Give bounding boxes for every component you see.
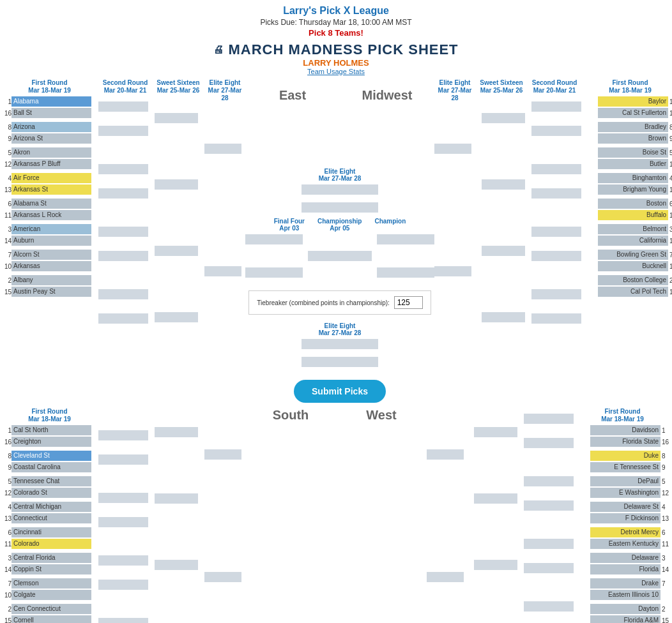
table-row: 15Austin Peay St: [3, 286, 96, 297]
table-row: 9Coastal Carolina: [3, 462, 96, 473]
table-row: 10Colgate: [3, 589, 96, 601]
header: Larry's Pick X League Picks Due: Thursda…: [0, 0, 672, 39]
midwest-r1-header: First RoundMar 18-Mar 19: [584, 79, 672, 94]
team-usage-link[interactable]: Team Usage Stats: [0, 68, 672, 75]
bracket-slot: [531, 227, 581, 237]
table-row: Bradley8: [584, 121, 672, 133]
table-row: 8Arizona: [3, 121, 96, 133]
table-row: 2Albany: [3, 274, 96, 286]
bracket-slot: [98, 618, 148, 623]
table-row: Boston6: [584, 198, 672, 209]
bracket-slot: [427, 449, 464, 460]
west-r1-col: First RoundMar 18-Mar 19 Davidson1 Flori…: [576, 408, 669, 623]
tiebreaker-box: Tiebreaker (combined points in champions…: [248, 290, 431, 315]
south-r1-col: First RoundMar 18-Mar 19 1Cal St North 1…: [3, 408, 96, 623]
table-row: Butler12: [584, 158, 672, 170]
bracket-slot: [377, 234, 434, 244]
table-row: Detroit Mercy6: [576, 527, 669, 538]
table-row: 4Central Michigan: [3, 501, 96, 513]
table-row: 7Clemson: [3, 578, 96, 589]
bracket-slot: [98, 289, 148, 299]
bracket-slot: [474, 427, 517, 437]
bracket-slot: [98, 555, 148, 566]
bracket-slot: [98, 313, 148, 324]
bracket-slot: [302, 184, 378, 195]
south-r2-col: Second RoundMar 20-Mar 21: [96, 408, 152, 623]
final-four-hdr: Final FourApr 03: [274, 218, 305, 232]
west-s16-col: [470, 408, 520, 623]
center-col: East Midwest Elite EightMar 27-Mar 28 Fi…: [245, 79, 434, 403]
bracket-slot: [531, 188, 581, 199]
bracket-slot: [245, 267, 303, 278]
bracket-slot: [98, 493, 148, 503]
table-row: 9Arizona St: [3, 133, 96, 144]
table-row: 15Cornell: [3, 615, 96, 623]
midwest-e8-col: Elite EightMar 27-Mar 28: [434, 79, 478, 403]
table-row: 16Ball St: [3, 107, 96, 119]
midwest-s16-col: Sweet SixteenMar 25-Mar 26: [478, 79, 528, 403]
west-r1-header: First RoundMar 18-Mar 19: [576, 408, 669, 423]
table-row: Dayton2: [576, 603, 669, 615]
table-row: F Dickinson13: [576, 513, 669, 524]
bracket-slot: [98, 188, 148, 199]
print-icon[interactable]: 🖨: [213, 44, 224, 56]
bracket-slot: [524, 539, 574, 549]
table-row: 12Colorado St: [3, 487, 96, 499]
bracket-slot: [531, 289, 581, 299]
bracket-slot: [531, 313, 581, 324]
west-label: West: [336, 408, 427, 423]
table-row: Brown9: [584, 133, 672, 144]
bracket-slot: [434, 266, 471, 276]
bracket-slot: [482, 246, 525, 256]
champion-slot: [308, 251, 372, 261]
bottom-half: First RoundMar 18-Mar 19 1Cal St North 1…: [3, 408, 669, 623]
table-row: 6Cincinnati: [3, 527, 96, 538]
submit-button[interactable]: Submit Picks: [294, 380, 386, 403]
table-row: Belmont3: [584, 223, 672, 235]
table-row: Duke8: [576, 450, 669, 462]
table-row: Buffalo11: [584, 209, 672, 221]
east-e8-col: Elite EightMar 27-Mar 28: [202, 79, 245, 403]
table-row: 13Arkansas St: [3, 184, 96, 195]
table-row: 10Arkansas: [3, 260, 96, 272]
bracket-slot: [524, 601, 574, 612]
tiebreaker-input[interactable]: [394, 296, 423, 309]
bracket-slot: [155, 312, 198, 322]
table-row: Cal St Fullerton16: [584, 107, 672, 119]
bracket-container: First RoundMar 18-Mar 19 1Alabama 16Ball…: [3, 79, 669, 623]
table-row: Eastern Kentucky11: [576, 538, 669, 550]
bracket-slot: [482, 312, 525, 322]
picks-due: Picks Due: Thursday Mar 18, 10:00 AM MST: [0, 18, 672, 27]
bracket-slot: [524, 438, 574, 448]
bottom-center-col: South West: [245, 408, 427, 623]
south-s16-col: [152, 408, 202, 623]
championship-hdr: ChampionshipApr 05: [317, 218, 362, 232]
east-r1-header: First RoundMar 18-Mar 19: [3, 79, 96, 94]
table-row: 12Arkansas P Bluff: [3, 158, 96, 170]
bracket-slot: [155, 493, 198, 504]
bracket-slot: [531, 126, 581, 136]
table-row: 3Central Florida: [3, 552, 96, 564]
table-row: 14Auburn: [3, 235, 96, 246]
bracket-slot: [302, 202, 378, 213]
midwest-r2-col: Second RoundMar 20-Mar 21: [528, 79, 584, 403]
table-row: 3American: [3, 223, 96, 235]
tiebreaker-label: Tiebreaker (combined points in champions…: [257, 299, 390, 306]
east-r2-col: Second RoundMar 20-Mar 21: [96, 79, 152, 403]
league-title: Larry's Pick X League: [0, 5, 672, 17]
east-r1-col: First RoundMar 18-Mar 19 1Alabama 16Ball…: [3, 79, 96, 403]
table-row: 14Coppin St: [3, 564, 96, 575]
midwest-s16-header: Sweet SixteenMar 25-Mar 26: [478, 79, 525, 94]
bracket-slot: [98, 101, 148, 112]
bracket-slot: [377, 267, 434, 278]
midwest-r1-col: First RoundMar 18-Mar 19 Baylor1 Cal St …: [584, 79, 672, 403]
bracket-slot: [155, 246, 198, 256]
bracket-slot: [98, 251, 148, 261]
bracket-slot: [474, 493, 517, 504]
bracket-slot: [524, 414, 574, 424]
east-r2-header: Second RoundMar 20-Mar 21: [98, 79, 152, 94]
bracket-slot: [98, 517, 148, 527]
table-row: 16Creighton: [3, 436, 96, 447]
table-row: Florida A&M15: [576, 615, 669, 623]
bracket-slot: [302, 357, 378, 367]
